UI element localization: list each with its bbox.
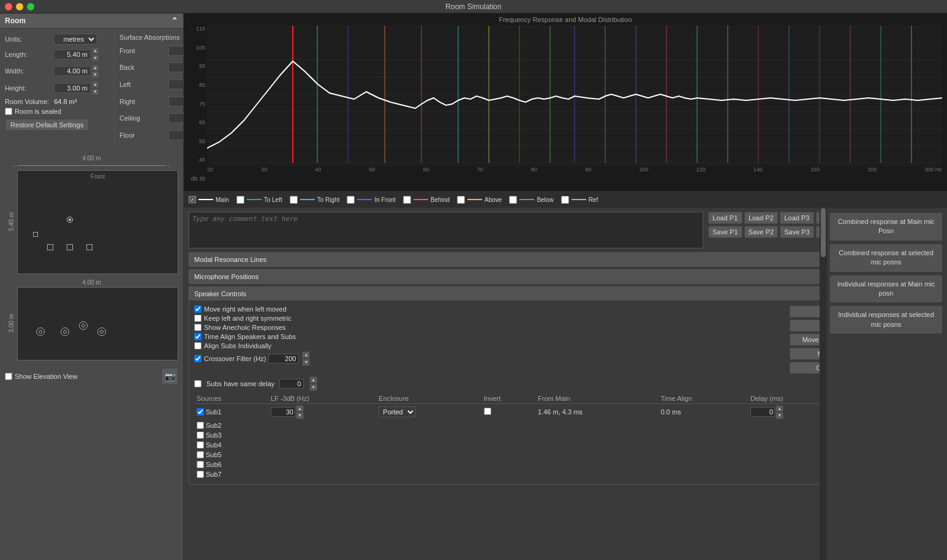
units-select[interactable]: metres: [54, 34, 97, 45]
sub4-name: Sub4: [206, 441, 222, 449]
speaker-center[interactable]: [67, 244, 73, 250]
window-controls[interactable]: [5, 3, 34, 10]
legend-below[interactable]: Below: [509, 196, 553, 204]
camera-screenshot-button[interactable]: 📷: [161, 368, 178, 385]
legend-to-right[interactable]: To Right: [290, 196, 340, 204]
fp-side-width-label: 4.00 m: [5, 279, 178, 286]
load-p1-button[interactable]: Load P1: [708, 212, 742, 224]
combined-response-main-button[interactable]: Combined response at Main mic Posn: [830, 213, 942, 241]
legend-to-right-label: To Right: [317, 196, 340, 203]
length-spinner[interactable]: ▲▼: [91, 47, 99, 62]
keep-symmetric-label: Keep left and right symmetric: [204, 315, 291, 322]
legend-in-front-line: [357, 199, 372, 200]
subs-same-delay-checkbox[interactable]: [194, 380, 202, 387]
legend-to-left[interactable]: To Left: [236, 196, 282, 204]
legend-in-front-check[interactable]: [347, 196, 355, 204]
height-spinner[interactable]: ▲▼: [91, 81, 99, 95]
sub1-delay-spinner[interactable]: ▲▼: [775, 405, 783, 420]
save-p2-button[interactable]: Save P2: [744, 226, 779, 238]
minimize-button[interactable]: [16, 3, 23, 10]
comment-textarea[interactable]: [189, 212, 703, 248]
legend-ref-check[interactable]: [561, 196, 569, 204]
y-axis: 115 105 95 85 75 65 55 45 dB 35: [189, 26, 207, 182]
sub6-checkbox[interactable]: [197, 461, 204, 468]
restore-defaults-button[interactable]: Restore Default Settings: [5, 119, 89, 131]
sub1-invert-checkbox[interactable]: [484, 408, 491, 415]
legend-behind-check[interactable]: [403, 196, 411, 204]
legend-main-check[interactable]: ✓: [189, 196, 196, 203]
legend-ref-line: [572, 199, 586, 200]
legend-below-check[interactable]: [509, 196, 517, 204]
speaker-right[interactable]: [86, 244, 92, 250]
legend-bar: ✓ Main To Left To Right In Front Behind: [184, 191, 947, 208]
save-p1-button[interactable]: Save P1: [708, 226, 742, 238]
legend-above[interactable]: Above: [457, 196, 502, 204]
sub1-lf-input[interactable]: [271, 407, 295, 417]
move-right-checkbox[interactable]: [194, 305, 202, 313]
speaker-controls-label: Speaker Controls: [194, 290, 246, 297]
legend-main[interactable]: ✓ Main: [189, 196, 229, 203]
legend-ref[interactable]: Ref: [561, 196, 598, 204]
height-input[interactable]: 3.00 m: [54, 83, 91, 93]
sub1-lf-spinner[interactable]: ▲▼: [296, 405, 304, 420]
panel-collapse-icon[interactable]: ⌃: [171, 16, 178, 26]
floor-plan-side: 4.00 m 3.00 m: [5, 279, 178, 360]
room-sealed-label: Room is sealed: [15, 108, 61, 115]
window-title: Room Simulation: [445, 2, 501, 11]
save-p3-button[interactable]: Save P3: [780, 226, 814, 238]
legend-in-front[interactable]: In Front: [347, 196, 395, 204]
show-elevation-checkbox[interactable]: [5, 373, 12, 380]
close-button[interactable]: [5, 3, 12, 10]
combined-response-selected-button[interactable]: Combined response at selected mic posns: [830, 244, 942, 272]
sub-left[interactable]: [33, 232, 38, 237]
sub5-checkbox[interactable]: [197, 451, 204, 458]
legend-to-left-check[interactable]: [236, 196, 244, 204]
sub3-checkbox[interactable]: [197, 431, 204, 439]
legend-to-right-check[interactable]: [290, 196, 298, 204]
sub-circle-left[interactable]: [36, 327, 45, 336]
maximize-button[interactable]: [27, 3, 34, 10]
sub-circle-center-right[interactable]: [97, 327, 106, 336]
width-input[interactable]: 4.00 m: [54, 66, 91, 76]
individual-responses-selected-button[interactable]: Individual responses at selected mic pos…: [830, 306, 942, 334]
sub1-checkbox[interactable]: [197, 408, 204, 416]
left-label: Left: [119, 81, 168, 88]
sub1-delay-input[interactable]: [750, 407, 775, 417]
legend-in-front-label: In Front: [374, 196, 395, 203]
show-anechoic-label: Show Anechoic Responses: [204, 324, 285, 331]
keep-symmetric-checkbox[interactable]: [194, 315, 202, 322]
controls-scrollbar[interactable]: [820, 208, 827, 560]
sub7-checkbox[interactable]: [197, 471, 204, 478]
time-align-checkbox[interactable]: [194, 333, 202, 340]
sub-circle-center-left[interactable]: [61, 327, 69, 336]
subs-same-delay-input[interactable]: [279, 379, 304, 389]
show-anechoic-checkbox[interactable]: [194, 324, 202, 331]
load-p3-button[interactable]: Load P3: [780, 212, 814, 224]
align-subs-label: Align Subs Individually: [204, 342, 271, 349]
floor-plan-top: 4.00 m ← → 5.40 m Front: [5, 155, 178, 274]
mic-circle[interactable]: [79, 321, 88, 330]
sub1-name: Sub1: [206, 408, 222, 416]
crossover-checkbox[interactable]: [194, 355, 202, 362]
load-p2-button[interactable]: Load P2: [744, 212, 779, 224]
frequency-response-chart: [207, 26, 942, 166]
right-label: Right: [119, 98, 168, 105]
legend-behind[interactable]: Behind: [403, 196, 450, 204]
show-anechoic-row: Show Anechoic Responses: [194, 324, 785, 331]
floor-label: Floor: [119, 132, 168, 139]
width-label: Width:: [5, 67, 54, 75]
sub2-checkbox[interactable]: [197, 422, 204, 429]
sub4-checkbox[interactable]: [197, 441, 204, 449]
speaker-left[interactable]: [47, 244, 53, 250]
subs-same-delay-spinner[interactable]: ▲▼: [309, 376, 317, 391]
align-subs-checkbox[interactable]: [194, 342, 202, 349]
crossover-input[interactable]: [268, 354, 299, 364]
sub1-enclosure-select[interactable]: Ported Sealed: [379, 406, 416, 417]
room-sealed-checkbox[interactable]: [5, 108, 12, 115]
legend-above-check[interactable]: [457, 196, 465, 204]
individual-responses-main-button[interactable]: Individual responses at Main mic posn: [830, 275, 942, 303]
crossover-spinner[interactable]: ▲▼: [302, 351, 310, 366]
scroll-thumb[interactable]: [821, 208, 826, 257]
length-input[interactable]: 5.40 m: [54, 50, 91, 59]
width-spinner[interactable]: ▲▼: [91, 64, 99, 79]
